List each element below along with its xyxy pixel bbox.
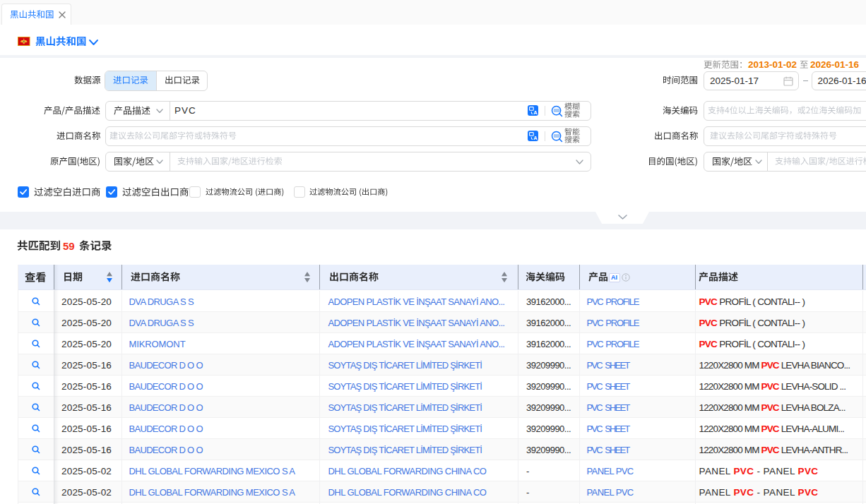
svg-text:A: A [533,135,538,141]
svg-text:A: A [533,109,538,116]
